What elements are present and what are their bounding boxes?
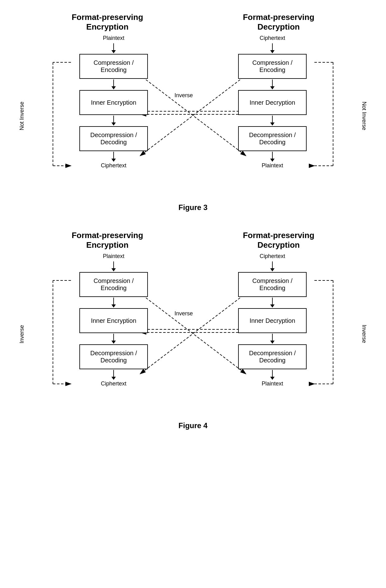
figure3-body: Not Inverse Not Inverse Plaintext Compre… xyxy=(22,35,364,197)
svg-text:Inverse: Inverse xyxy=(174,92,193,98)
figure3-right-input: Ciphertext xyxy=(260,35,285,41)
figure4-container: Format-preserving Encryption Format-pres… xyxy=(22,231,364,430)
figure4-caption: Figure 4 xyxy=(22,421,364,430)
figure4-arrow1-right xyxy=(270,261,275,271)
figure4-title-row: Format-preserving Encryption Format-pres… xyxy=(22,231,364,250)
figure3-side-label-right: Not Inverse xyxy=(361,85,367,147)
figure4-right-column: Ciphertext Compression / Encoding Inner … xyxy=(229,253,316,388)
figure4-box1-right: Compression / Encoding xyxy=(238,272,307,297)
figure4-right-output: Plaintext xyxy=(261,380,283,387)
figure4-arrow2-right xyxy=(270,298,275,308)
figure3-left-input: Plaintext xyxy=(103,35,124,41)
figure3-arrow4-left xyxy=(111,152,116,162)
figure4-title-left: Format-preserving Encryption xyxy=(61,231,154,250)
figure3-left-column: Plaintext Compression / Encoding Inner E… xyxy=(70,35,157,170)
figure3-box3-right: Decompression / Decoding xyxy=(238,126,307,151)
figure4-box1-left: Compression / Encoding xyxy=(79,272,148,297)
figure3-right-column: Ciphertext Compression / Encoding Inner … xyxy=(229,35,316,170)
figure3-box1-left: Compression / Encoding xyxy=(79,54,148,79)
figure4-left-column: Plaintext Compression / Encoding Inner E… xyxy=(70,253,157,388)
figure4-arrow1-left xyxy=(111,261,116,271)
figure3-box3-left: Decompression / Decoding xyxy=(79,126,148,151)
figure4-body: Inverse Inverse Plaintext Compression / … xyxy=(22,253,364,415)
figure3-side-label-left: Not Inverse xyxy=(19,85,25,147)
figure4-arrow3-right xyxy=(270,334,275,344)
figure4-right-input: Ciphertext xyxy=(260,253,285,260)
figure4-side-label-right: Inverse xyxy=(361,303,367,365)
figure4-left-input: Plaintext xyxy=(103,253,124,260)
figure4-arrow4-left xyxy=(111,370,116,380)
figure4-arrow4-right xyxy=(270,370,275,380)
figure3-arrow2-right xyxy=(270,79,275,89)
figure3-right-output: Plaintext xyxy=(261,162,283,169)
figure4-box3-left: Decompression / Decoding xyxy=(79,344,148,369)
figure4-box3-right: Decompression / Decoding xyxy=(238,344,307,369)
figure3-arrow1-right xyxy=(270,43,275,53)
figure4-title-right: Format-preserving Decryption xyxy=(232,231,325,250)
figure3-box1-right: Compression / Encoding xyxy=(238,54,307,79)
figure3-arrow2-left xyxy=(111,79,116,89)
figure3-arrow4-right xyxy=(270,152,275,162)
figure4-box2-right: Inner Decryption xyxy=(238,308,307,333)
figure4-box2-left: Inner Encryption xyxy=(79,308,148,333)
figure3-box2-left: Inner Encryption xyxy=(79,90,148,115)
figure4-arrow2-left xyxy=(111,298,116,308)
figure4-left-output: Ciphertext xyxy=(101,380,126,387)
figure4-side-label-left: Inverse xyxy=(19,303,25,365)
figure3-caption: Figure 3 xyxy=(22,203,364,212)
figure3-left-output: Ciphertext xyxy=(101,162,126,169)
figure4-arrow3-left xyxy=(111,334,116,344)
figure3-box2-right: Inner Decryption xyxy=(238,90,307,115)
figure3-title-right: Format-preserving Decryption xyxy=(232,12,325,32)
figure3-title-left: Format-preserving Encryption xyxy=(61,12,154,32)
figure3-arrow3-left xyxy=(111,116,116,126)
figure3-title-row: Format-preserving Encryption Format-pres… xyxy=(22,12,364,32)
svg-text:Inverse: Inverse xyxy=(174,310,193,317)
figure3-arrow1-left xyxy=(111,43,116,53)
figure3-container: Format-preserving Encryption Format-pres… xyxy=(22,12,364,212)
figure3-arrow3-right xyxy=(270,116,275,126)
